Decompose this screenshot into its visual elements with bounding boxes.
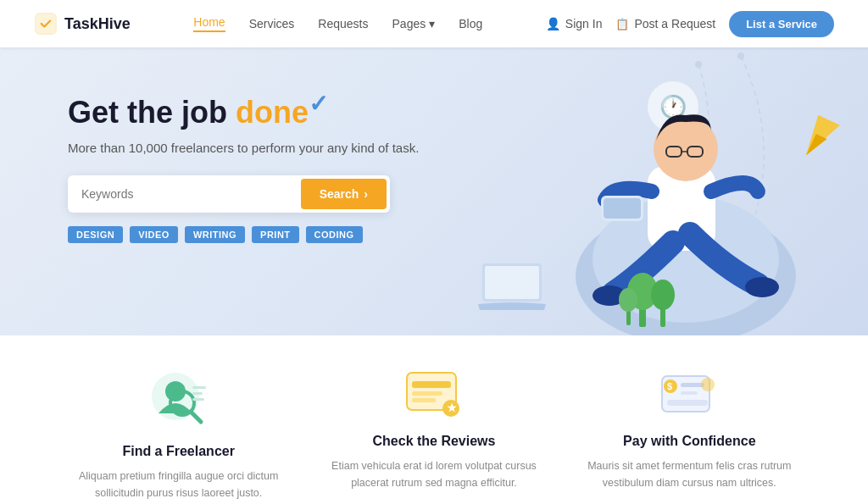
chevron-down-icon: ▾ xyxy=(429,17,435,30)
search-bar: Search › xyxy=(68,175,390,213)
list-service-button[interactable]: List a Service xyxy=(729,11,834,37)
feature-freelancer-desc: Aliquam pretium fringilla augue orci dic… xyxy=(69,468,289,501)
svg-point-17 xyxy=(651,280,675,310)
feature-payment: $ Pay with Confidence Mauris sit amet fe… xyxy=(579,369,799,501)
logo[interactable]: TaskHive xyxy=(34,12,131,36)
svg-rect-0 xyxy=(36,14,57,35)
nav-requests[interactable]: Requests xyxy=(318,17,368,30)
nav-blog[interactable]: Blog xyxy=(459,17,482,30)
tag-list: DESIGN VIDEO WRITING PRINT CODING xyxy=(68,226,509,243)
nav-right: 👤 Sign In 📋 Post a Request List a Servic… xyxy=(546,11,834,37)
feature-freelancer-title: Find a Freelancer xyxy=(69,444,289,459)
svg-rect-23 xyxy=(485,266,539,299)
svg-rect-34 xyxy=(412,398,436,402)
feature-freelancer: Find a Freelancer Aliquam pretium fringi… xyxy=(69,369,289,501)
svg-rect-42 xyxy=(667,400,708,406)
nav-services[interactable]: Services xyxy=(249,17,295,30)
feature-payment-desc: Mauris sit amet fermentum felis cras rut… xyxy=(579,457,799,491)
features-section: Find a Freelancer Aliquam pretium fringi… xyxy=(0,335,868,504)
arrow-right-icon: › xyxy=(364,187,368,201)
feature-payment-title: Pay with Confidence xyxy=(579,434,799,449)
hero-headline: Get the job done✓ xyxy=(68,90,509,130)
hero-subheading: More than 10,000 freelancers to perform … xyxy=(68,141,509,155)
freelancer-figure xyxy=(554,64,817,335)
hero-content: Get the job done✓ More than 10,000 freel… xyxy=(68,90,509,243)
post-request-link[interactable]: 📋 Post a Request xyxy=(615,17,715,30)
tag-design[interactable]: DESIGN xyxy=(68,226,123,243)
tag-writing[interactable]: WRITING xyxy=(185,226,245,243)
svg-point-2 xyxy=(737,53,744,59)
svg-rect-41 xyxy=(681,391,698,395)
svg-point-19 xyxy=(619,288,637,312)
laptop-icon xyxy=(478,263,546,310)
search-button[interactable]: Search › xyxy=(301,179,387,209)
document-icon: 📋 xyxy=(615,18,629,30)
tag-print[interactable]: PRINT xyxy=(252,226,299,243)
svg-rect-33 xyxy=(412,391,442,396)
feature-reviews: ★ Check the Reviews Etiam vehicula erat … xyxy=(324,369,544,501)
tag-video[interactable]: VIDEO xyxy=(130,226,178,243)
svg-rect-30 xyxy=(192,398,204,401)
nav-home[interactable]: Home xyxy=(193,15,225,32)
svg-point-8 xyxy=(745,277,779,297)
svg-line-27 xyxy=(191,412,201,422)
svg-rect-21 xyxy=(604,198,641,219)
user-icon: 👤 xyxy=(546,17,560,30)
search-input[interactable] xyxy=(81,187,301,201)
tag-coding[interactable]: CODING xyxy=(306,226,363,243)
svg-rect-40 xyxy=(681,383,704,387)
payment-feature-icon: $ xyxy=(579,369,799,420)
svg-rect-29 xyxy=(192,392,203,395)
svg-rect-32 xyxy=(412,381,451,388)
nav-pages[interactable]: Pages ▾ xyxy=(392,17,436,30)
svg-rect-28 xyxy=(192,386,206,389)
freelancer-feature-icon xyxy=(69,369,289,430)
svg-text:$: $ xyxy=(667,381,672,391)
nav-links: Home Services Requests Pages ▾ Blog xyxy=(193,15,482,32)
main-nav: TaskHive Home Services Requests Pages ▾ … xyxy=(0,0,868,47)
reviews-feature-icon: ★ xyxy=(324,369,544,420)
feature-reviews-title: Check the Reviews xyxy=(324,434,544,449)
svg-point-43 xyxy=(701,378,715,391)
hero-section: Get the job done✓ More than 10,000 freel… xyxy=(0,47,868,335)
sign-in-link[interactable]: 👤 Sign In xyxy=(546,17,603,30)
svg-text:★: ★ xyxy=(447,402,457,414)
brand-name: TaskHive xyxy=(64,15,131,33)
feature-reviews-desc: Etiam vehicula erat id lorem volutpat cu… xyxy=(324,457,544,491)
